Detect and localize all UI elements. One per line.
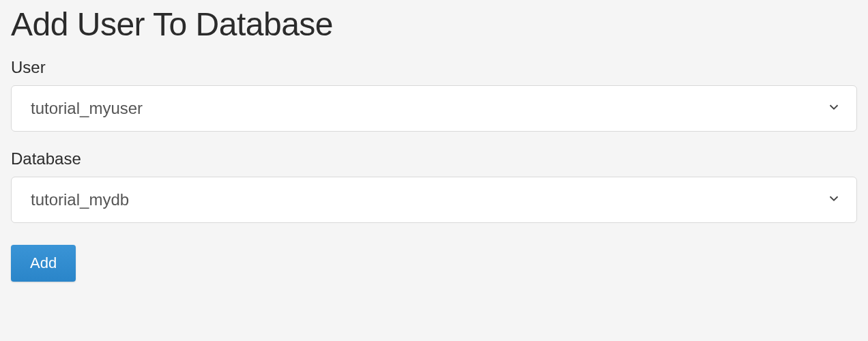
database-form-group: Database tutorial_mydb — [11, 149, 857, 223]
chevron-down-icon — [826, 191, 841, 209]
add-button[interactable]: Add — [11, 245, 76, 282]
database-select-value: tutorial_mydb — [31, 190, 129, 209]
database-label: Database — [11, 149, 857, 168]
page-title: Add User To Database — [11, 7, 857, 43]
user-select[interactable]: tutorial_myuser — [11, 85, 857, 132]
user-form-group: User tutorial_myuser — [11, 58, 857, 132]
user-select-value: tutorial_myuser — [31, 99, 143, 118]
chevron-down-icon — [826, 100, 841, 117]
user-label: User — [11, 58, 857, 77]
database-select[interactable]: tutorial_mydb — [11, 177, 857, 223]
